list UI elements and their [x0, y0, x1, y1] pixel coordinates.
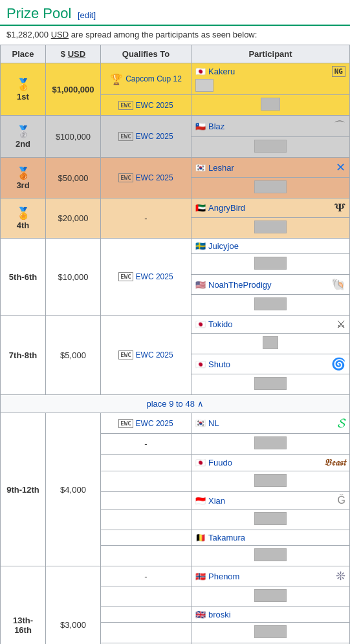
ewc-2025-link-5th6th[interactable]: EWC 2025: [136, 272, 173, 281]
player-broski[interactable]: broski: [208, 610, 231, 619]
qualifier-none-9a: -: [101, 434, 191, 455]
table-row: 🏅 4th $20,000 - 🇦🇪 AngryBird 𝚿: [1, 199, 350, 218]
player-fuudo[interactable]: Fuudo: [208, 458, 232, 467]
participant-leshar: 🇰🇷 Leshar ✕: [191, 158, 350, 178]
qualifier-none-9b: [101, 455, 191, 471]
ewc-2025-link-1st[interactable]: EWC 2025: [136, 101, 173, 110]
participant-xian: 🇮🇩 Xian Ğ: [191, 492, 350, 510]
participant-kakeru-avatar: [191, 95, 350, 116]
participant-fuudo-avatar: [191, 471, 350, 492]
participant-noahtheprodigy-avatar: [191, 295, 350, 316]
player-kakeru[interactable]: Kakeru: [208, 67, 235, 76]
capcom-cup-link[interactable]: Capcom Cup 12: [126, 74, 182, 83]
player-leshar[interactable]: Leshar: [208, 163, 234, 173]
participant-takamura-avatar: [191, 546, 350, 566]
qualifier-none-9e: [101, 510, 191, 530]
qualifier-none-9d: [101, 492, 191, 510]
player-blaz[interactable]: Blaz: [208, 122, 224, 131]
place-2nd: 🥈 2nd: [1, 116, 46, 158]
edit-link[interactable]: [edit]: [78, 10, 96, 20]
participant-phenom-avatar: [191, 586, 350, 607]
ewc-2025-link-3rd[interactable]: EWC 2025: [136, 173, 173, 182]
qualifier-none-13c: [101, 607, 191, 623]
ewc-2025-link-7th8th[interactable]: EWC 2025: [136, 350, 173, 360]
participant-kakeru: 🇯🇵 Kakeru NG: [191, 63, 350, 95]
player-tokido[interactable]: Tokido: [208, 319, 233, 329]
qualifier-ewc-1st: EWC EWC 2025: [101, 95, 191, 116]
col-qualifies: Qualifies To: [101, 45, 191, 63]
table-row: 13th-16th $3,000 - 🇳🇴 Phenom ❊: [1, 566, 350, 586]
qualifier-none-13b: [101, 586, 191, 607]
qualifier-ewc-9th12th: EWC EWC 2025: [101, 413, 191, 434]
participant-takamura: 🇧🇪 Takamura: [191, 530, 350, 546]
place-7th8th: 7th-8th: [1, 316, 46, 395]
table-row: 9th-12th $4,000 EWC EWC 2025 🇰🇷 NL 𝓢: [1, 413, 350, 434]
participant-blaz-avatar: [191, 137, 350, 158]
participant-shuto-avatar: [191, 374, 350, 395]
prize-1st: $1,000,000: [46, 63, 101, 116]
participant-fuudo: 🇯🇵 Fuudo 𝔅𝔢𝔞𝔰𝔱: [191, 455, 350, 471]
participant-juicyjoe: 🇸🇪 Juicyjoe: [191, 239, 350, 254]
col-place: Place: [1, 45, 46, 63]
page-title: Prize Pool: [6, 5, 71, 21]
prize-7th8th: $5,000: [46, 316, 101, 395]
qualifier-none-9g: [101, 546, 191, 566]
participant-noahtheprodigy: 🇺🇸 NoahTheProdigy 🐚: [191, 275, 350, 295]
collapse-toggle[interactable]: place 9 to 48 ∧: [146, 399, 203, 409]
place-1st: 🥇 1st: [1, 63, 46, 116]
participant-juicyjoe-avatar: [191, 254, 350, 275]
description: $1,282,000 USD are spread among the part…: [0, 26, 350, 45]
player-shuto[interactable]: Shuto: [208, 360, 230, 369]
qualifier-none-13d: [101, 623, 191, 643]
player-takamura[interactable]: Takamura: [208, 533, 245, 542]
place-13th16th: 13th-16th: [1, 566, 46, 645]
participant-angrybird: 🇦🇪 AngryBird 𝚿: [191, 199, 350, 218]
qualifier-ewc-5th6th: EWC EWC 2025: [101, 239, 191, 316]
qualifier-none-4th: -: [101, 199, 191, 239]
table-row: 🥉 3rd $50,000 EWC EWC 2025 🇰🇷 Leshar ✕: [1, 158, 350, 178]
qualifier-ewc-7th8th: EWC EWC 2025: [101, 316, 191, 395]
prize-5th6th: $10,000: [46, 239, 101, 316]
page-header: Prize Pool [edit] $1,282,000 USD are spr…: [0, 0, 350, 45]
table-row: 5th-6th $10,000 EWC EWC 2025 🇸🇪 Juicyjoe: [1, 239, 350, 254]
qualifier-none-9f: [101, 530, 191, 546]
collapse-row: place 9 to 48 ∧: [1, 395, 350, 413]
place-5th6th: 5th-6th: [1, 239, 46, 316]
participant-nl: 🇰🇷 NL 𝓢: [191, 413, 350, 434]
qualifier-none-9c: [101, 471, 191, 492]
player-phenom[interactable]: Phenom: [208, 572, 239, 581]
place-3rd: 🥉 3rd: [1, 158, 46, 199]
place-4th: 🏅 4th: [1, 199, 46, 239]
table-row: 🥇 1st $1,000,000 🏆 Capcom Cup 12 🇯🇵 Kake…: [1, 63, 350, 95]
player-noahtheprodigy[interactable]: NoahTheProdigy: [208, 280, 272, 290]
participant-leshar-avatar: [191, 178, 350, 199]
participant-broski: 🇬🇧 broski: [191, 607, 350, 623]
participant-phenom: 🇳🇴 Phenom ❊: [191, 566, 350, 586]
participant-broski-avatar: [191, 623, 350, 643]
prize-13th16th: $3,000: [46, 566, 101, 645]
player-xian[interactable]: Xian: [208, 496, 225, 506]
table-row: 🥈 2nd $100,000 EWC EWC 2025 🇨🇱 Blaz ⌒: [1, 116, 350, 137]
qualifier-capcom: 🏆 Capcom Cup 12: [101, 63, 191, 95]
player-angrybird[interactable]: AngryBird: [208, 203, 245, 213]
qualifier-ewc-2nd: EWC EWC 2025: [101, 116, 191, 158]
prize-9th12th: $4,000: [46, 413, 101, 566]
participant-tokido: 🇯🇵 Tokido ⚔: [191, 316, 350, 334]
ewc-2025-link-9th12th[interactable]: EWC 2025: [136, 419, 173, 428]
col-participant: Participant: [191, 45, 350, 63]
prize-4th: $20,000: [46, 199, 101, 239]
prize-2nd: $100,000: [46, 116, 101, 158]
prize-3rd: $50,000: [46, 158, 101, 199]
player-juicyjoe[interactable]: Juicyjoe: [208, 241, 239, 251]
qualifier-none-13a: -: [101, 566, 191, 586]
qualifier-ewc-3rd: EWC EWC 2025: [101, 158, 191, 199]
participant-tokido-avatar: [191, 334, 350, 354]
participant-nl-avatar: [191, 434, 350, 455]
table-row: 7th-8th $5,000 EWC EWC 2025 🇯🇵 Tokido ⚔: [1, 316, 350, 334]
place-9th12th: 9th-12th: [1, 413, 46, 566]
participant-xian-avatar: [191, 510, 350, 530]
participant-shuto: 🇯🇵 Shuto 🌀: [191, 354, 350, 374]
ewc-2025-link-2nd[interactable]: EWC 2025: [136, 132, 173, 141]
player-nl[interactable]: NL: [208, 418, 219, 428]
prize-table: Place $ USD Qualifies To Participant 🥇 1…: [0, 45, 350, 644]
